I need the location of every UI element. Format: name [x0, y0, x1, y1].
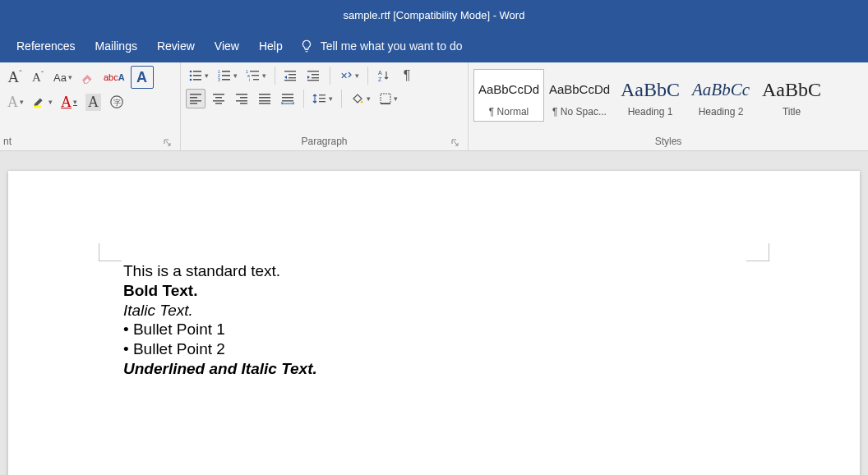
separator — [367, 67, 368, 85]
doc-line[interactable]: This is a standard text. — [123, 261, 753, 281]
style-heading-1[interactable]: AaBbC Heading 1 — [615, 69, 686, 122]
style-normal[interactable]: AaBbCcDd ¶ Normal — [473, 69, 544, 122]
bullets-button[interactable]: ▾ — [186, 66, 211, 85]
tab-review[interactable]: Review — [147, 30, 205, 62]
sort-button[interactable]: AZ — [374, 66, 394, 85]
paragraph-group-label: Paragraph — [186, 134, 463, 150]
multilevel-list-button[interactable]: 1ai▾ — [243, 66, 269, 85]
clear-format-button[interactable] — [78, 67, 98, 87]
eraser-icon — [81, 71, 95, 84]
doc-line[interactable]: Bold Text. — [123, 281, 753, 301]
lightbulb-icon — [299, 39, 314, 53]
svg-rect-41 — [240, 97, 247, 99]
increase-indent-button[interactable] — [304, 66, 324, 85]
bullets-icon — [188, 69, 203, 82]
style-no-spacing[interactable]: AaBbCcDd ¶ No Spac... — [544, 69, 615, 122]
svg-rect-55 — [381, 94, 390, 104]
align-center-button[interactable] — [209, 89, 229, 108]
outdent-icon — [284, 69, 298, 82]
svg-rect-8 — [193, 79, 201, 81]
svg-rect-46 — [259, 100, 270, 102]
sort-icon: AZ — [377, 69, 390, 82]
styles-group-label: Styles — [473, 134, 863, 150]
shrink-font-button[interactable]: Aˇ — [28, 67, 48, 87]
svg-text:i: i — [249, 77, 250, 82]
doc-line[interactable]: • Bullet Point 2 — [123, 339, 753, 359]
doc-line[interactable]: Underlined and Italic Text. — [123, 359, 753, 379]
paint-bucket-icon — [350, 92, 365, 105]
asian-layout-button[interactable]: ✕▾ — [336, 66, 362, 85]
svg-rect-40 — [236, 94, 247, 95]
svg-rect-16 — [250, 71, 259, 71]
styles-gallery[interactable]: AaBbCcDd ¶ Normal AaBbCcDd ¶ No Spac... … — [473, 66, 863, 122]
enclose-characters-button[interactable]: 字 — [107, 92, 127, 112]
svg-rect-33 — [190, 97, 197, 99]
svg-text:✕: ✕ — [340, 71, 348, 81]
separator — [341, 90, 342, 108]
font-color-button[interactable]: A▾ — [58, 92, 80, 112]
justify-icon — [258, 93, 271, 104]
style-name: Heading 2 — [699, 106, 744, 118]
tell-me-search[interactable]: Tell me what you want to do — [299, 39, 463, 53]
line-spacing-button[interactable]: ▾ — [310, 89, 335, 108]
doc-line[interactable]: • Bullet Point 1 — [123, 320, 753, 339]
style-title[interactable]: AaBbC Title — [756, 69, 827, 122]
align-right-icon — [235, 93, 248, 104]
align-right-button[interactable] — [232, 89, 252, 108]
multilevel-icon: 1ai — [246, 69, 261, 82]
paragraph-group: ▾ 123▾ 1ai▾ ✕▾ — [181, 62, 469, 150]
highlight-button[interactable]: ▾ — [30, 92, 55, 112]
paragraph-group-launcher-icon[interactable] — [450, 137, 461, 149]
shading-button[interactable]: ▾ — [348, 89, 373, 108]
svg-rect-12 — [222, 75, 230, 76]
align-left-button[interactable] — [186, 89, 205, 108]
text-effects-button[interactable]: A▾ — [5, 92, 26, 112]
style-name: Title — [783, 106, 801, 118]
line-spacing-icon — [312, 92, 327, 105]
decrease-indent-button[interactable] — [281, 66, 301, 85]
tab-mailings[interactable]: Mailings — [85, 30, 147, 62]
font-group: Aˆ Aˇ Aa▾ abcA A A▾ ▾ A▾ A 字 — [0, 62, 181, 150]
svg-rect-18 — [252, 75, 259, 76]
separator — [275, 67, 275, 85]
svg-rect-21 — [284, 71, 296, 71]
style-preview: AaBbCc — [692, 73, 750, 106]
character-border-button[interactable]: A — [131, 66, 154, 89]
style-name: ¶ Normal — [489, 106, 529, 118]
svg-rect-37 — [215, 97, 222, 99]
svg-rect-22 — [289, 74, 296, 75]
svg-text:A: A — [378, 70, 382, 76]
tab-references[interactable]: References — [7, 30, 85, 62]
tab-view[interactable]: View — [205, 30, 249, 62]
svg-rect-14 — [222, 79, 230, 81]
document-area[interactable]: This is a standard text. Bold Text. Ital… — [0, 151, 868, 475]
borders-icon — [379, 92, 392, 105]
style-name: ¶ No Spac... — [552, 106, 607, 118]
justify-button[interactable] — [255, 89, 275, 108]
font-group-launcher-icon[interactable] — [162, 137, 173, 149]
page[interactable]: This is a standard text. Bold Text. Ital… — [8, 171, 860, 475]
svg-rect-20 — [253, 79, 259, 80]
phonetic-guide-button[interactable]: abcA — [101, 67, 127, 87]
svg-rect-50 — [282, 100, 293, 102]
character-shading-button[interactable]: A — [83, 92, 104, 112]
distributed-button[interactable] — [278, 89, 298, 108]
svg-point-54 — [361, 101, 363, 104]
svg-rect-38 — [213, 100, 224, 102]
change-case-button[interactable]: Aa▾ — [51, 67, 75, 87]
grow-font-button[interactable]: Aˆ — [5, 67, 25, 87]
separator — [303, 90, 304, 108]
doc-line[interactable]: Italic Text. — [123, 301, 753, 321]
svg-rect-0 — [34, 106, 41, 108]
show-hide-marks-button[interactable]: ¶ — [397, 66, 417, 85]
style-heading-2[interactable]: AaBbCc Heading 2 — [686, 69, 756, 122]
numbering-button[interactable]: 123▾ — [215, 66, 240, 85]
tell-me-label: Tell me what you want to do — [321, 39, 463, 53]
borders-button[interactable]: ▾ — [376, 89, 400, 108]
tab-help[interactable]: Help — [249, 30, 293, 62]
ribbon: Aˆ Aˇ Aa▾ abcA A A▾ ▾ A▾ A 字 — [0, 62, 868, 151]
svg-rect-48 — [282, 94, 293, 95]
svg-rect-27 — [312, 77, 319, 78]
title-bar: sample.rtf [Compatibility Mode] - Word — [0, 0, 868, 30]
style-name: Heading 1 — [628, 106, 673, 118]
